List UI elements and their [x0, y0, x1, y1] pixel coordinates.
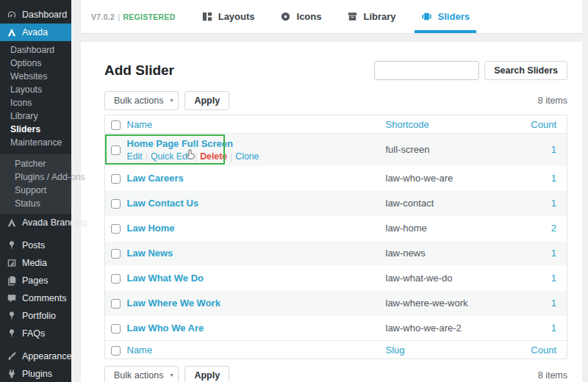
sidebar-item-media[interactable]: Media [0, 254, 71, 272]
row-checkbox[interactable] [111, 324, 121, 334]
slider-shortcode: law-who-we-are-2 [386, 322, 462, 334]
column-footer-slug[interactable]: Slug [386, 341, 512, 359]
table-row: Law Careers law-who-we-are 1 [105, 166, 567, 191]
action-separator: | [195, 151, 197, 162]
tab-label: Sliders [438, 11, 470, 22]
avada-icon [7, 27, 17, 37]
select-all-checkbox[interactable] [111, 346, 121, 356]
column-header-count[interactable]: Count [512, 115, 567, 134]
sidebar-submenu-item[interactable]: Options [0, 57, 71, 70]
slider-shortcode: law-where-we-work [386, 298, 468, 309]
table-row: Law Who We Are law-who-we-are-2 1 [105, 316, 567, 341]
slider-name-link[interactable]: Law Where We Work [127, 298, 220, 309]
sidebar-submenu-item[interactable]: Support [0, 184, 71, 197]
library-icon [347, 11, 358, 22]
slider-name-link[interactable]: Law News [127, 248, 173, 259]
search-input[interactable] [374, 61, 479, 80]
slider-name-link[interactable]: Law Contact Us [127, 198, 199, 209]
page-title: Add Slider [104, 62, 174, 79]
action-separator: | [230, 151, 232, 162]
items-count: 8 items [538, 96, 567, 106]
slider-name-link[interactable]: Home Page Full Screen [127, 138, 234, 149]
row-checkbox[interactable] [111, 299, 121, 309]
apply-button[interactable]: Apply [184, 366, 229, 382]
sidebar-submenu-item[interactable]: Patcher [0, 157, 71, 170]
sidebar-item-label: FAQs [22, 328, 45, 339]
slider-shortcode: full-screen [386, 144, 430, 155]
select-all-checkbox[interactable] [111, 120, 121, 130]
slider-name-link[interactable]: Law What We Do [127, 273, 204, 284]
slider-name-link[interactable]: Law Careers [127, 173, 184, 184]
bulk-actions-select[interactable]: Bulk actions ▾ [104, 91, 179, 110]
row-checkbox[interactable] [111, 199, 121, 209]
search-sliders-button[interactable]: Search Sliders [484, 61, 567, 80]
table-row: Law Home law-home 2 [105, 216, 567, 241]
sidebar-item-avada[interactable]: Avada [0, 24, 71, 41]
row-checkbox[interactable] [111, 145, 121, 155]
column-header-name[interactable]: Name [127, 115, 386, 134]
tab-layouts[interactable]: Layouts [189, 0, 268, 33]
sidebar-submenu-item[interactable]: Plugins / Add-ons [0, 170, 71, 184]
slider-count-link[interactable]: 1 [551, 198, 556, 209]
row-action-edit[interactable]: Edit [127, 151, 143, 162]
avada-icon [7, 217, 17, 228]
sidebar-submenu-item[interactable]: Status [0, 197, 71, 210]
sliders-page: Add Slider Search Sliders Bulk actions ▾… [81, 42, 582, 382]
sidebar-item-avada-branding[interactable]: Avada Branding [0, 214, 71, 231]
slider-name-link[interactable]: Law Home [127, 223, 175, 234]
slider-shortcode: law-news [386, 248, 426, 259]
slider-count-link[interactable]: 1 [551, 298, 556, 309]
column-footer-count[interactable]: Count [512, 341, 567, 359]
row-action-delete[interactable]: Delete [200, 151, 227, 162]
dashboard-icon [7, 10, 17, 20]
slider-count-link[interactable]: 1 [551, 322, 556, 334]
row-checkbox[interactable] [111, 274, 121, 284]
row-checkbox[interactable] [111, 224, 121, 234]
sidebar-item-dashboard[interactable]: Dashboard [0, 6, 71, 24]
slider-shortcode: law-home [386, 223, 427, 234]
sidebar-item-faqs[interactable]: FAQs [0, 325, 71, 342]
layouts-icon [201, 11, 212, 22]
slider-name-link[interactable]: Law Who We Are [127, 322, 204, 334]
sidebar-item-comments[interactable]: Comments [0, 289, 71, 307]
registered-badge: REGISTERED [123, 12, 175, 21]
sidebar-submenu-item[interactable]: Layouts [0, 83, 71, 96]
sidebar-submenu-item[interactable]: Maintenance [0, 136, 71, 149]
chevron-down-icon: ▾ [170, 97, 173, 104]
sidebar-item-appearance[interactable]: Appearance [0, 347, 71, 365]
sidebar-submenu-item[interactable]: Icons [0, 96, 71, 109]
apply-button[interactable]: Apply [184, 91, 229, 110]
slider-count-link[interactable]: 1 [551, 248, 556, 259]
sidebar-item-portfolio[interactable]: Portfolio [0, 307, 71, 325]
sidebar-item-plugins[interactable]: Plugins [0, 365, 71, 382]
table-row: Law Contact Us law-contact 1 [105, 191, 567, 216]
sidebar-item-pages[interactable]: Pages [0, 272, 71, 289]
avada-submenu: Dashboard Options Websites Layouts Icons… [0, 41, 71, 154]
row-checkbox[interactable] [111, 249, 121, 259]
sidebar-item-posts[interactable]: Posts [0, 237, 71, 254]
media-icon [7, 258, 17, 268]
tab-sliders[interactable]: Sliders [409, 0, 482, 33]
column-header-shortcode[interactable]: Shortcode [386, 115, 512, 134]
sidebar-item-label: Portfolio [22, 311, 56, 321]
plugins-icon [7, 369, 17, 379]
row-checkbox[interactable] [111, 174, 121, 184]
table-row: Law Where We Work law-where-we-work 1 [105, 291, 567, 316]
sidebar-submenu-item[interactable]: Sliders [0, 123, 71, 136]
tab-icons[interactable]: Icons [268, 0, 334, 33]
row-action-clone[interactable]: Clone [235, 151, 259, 162]
slider-count-link[interactable]: 1 [551, 173, 556, 184]
slider-count-link[interactable]: 1 [551, 273, 556, 284]
row-action-quick-edit[interactable]: Quick Edit [151, 151, 192, 162]
slider-count-link[interactable]: 1 [551, 144, 556, 155]
sidebar-submenu-item[interactable]: Library [0, 109, 71, 123]
sidebar-item-label: Media [22, 258, 47, 268]
slider-count-link[interactable]: 2 [551, 223, 556, 234]
column-footer-name[interactable]: Name [127, 341, 386, 359]
bulk-actions-select[interactable]: Bulk actions ▾ [104, 366, 179, 382]
sidebar-submenu-item[interactable]: Websites [0, 70, 71, 83]
sidebar-submenu-item[interactable]: Dashboard [0, 43, 71, 57]
maintenance-submenu: Patcher Plugins / Add-ons Support Status [0, 154, 71, 214]
sliders-table-wrap: Name Shortcode Count Home Page Full Scre… [104, 115, 567, 359]
tab-library[interactable]: Library [334, 0, 409, 33]
